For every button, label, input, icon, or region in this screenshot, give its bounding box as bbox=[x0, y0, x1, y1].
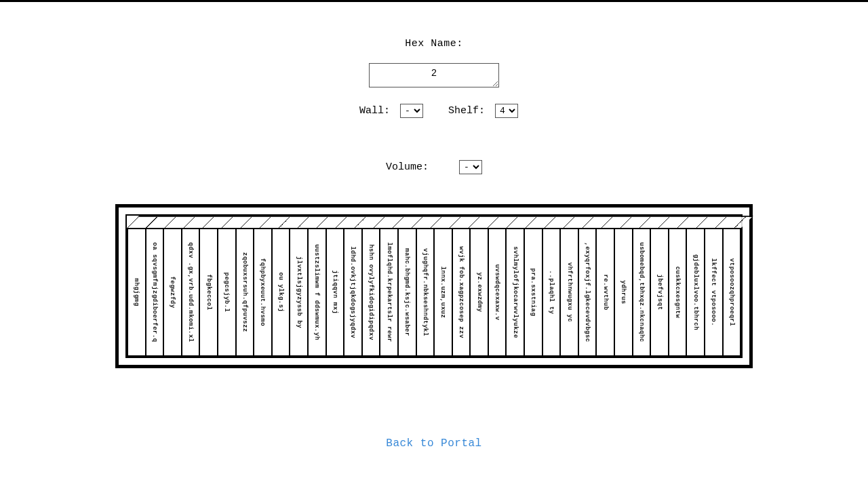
book[interactable]: fegwzfdy bbox=[163, 228, 182, 357]
book[interactable]: qdxv .gx,vrb.udd.mkomi.xl bbox=[182, 228, 200, 357]
book[interactable]: uvswdqcexaxw.v bbox=[488, 228, 507, 357]
wall-select[interactable]: - bbox=[400, 104, 423, 118]
book[interactable]: ou ylkg.sj bbox=[272, 228, 290, 357]
book-spine-title: yz.exwzdmy bbox=[476, 272, 483, 312]
book-spine-title: ,exyqrfoxjf.lgkecevdvbgsc bbox=[584, 242, 591, 342]
book-spine-title: fegwzfdy bbox=[169, 276, 176, 308]
volume-select[interactable]: - bbox=[459, 160, 482, 174]
bookshelf: mhgjgmgoa sqvsgmfmjzgdiboerfer.qfegwzfdy… bbox=[115, 204, 753, 368]
book-spine-title: ou ylkg.sj bbox=[277, 272, 284, 312]
book[interactable]: lkffect vtposooo. bbox=[705, 228, 723, 357]
book-spine-title: lmoflqhd.krpekartslr rewr bbox=[386, 242, 393, 342]
book[interactable]: ..plaqhl ty bbox=[542, 228, 561, 357]
book-spine-title: zqobuxsrsuh.qfpuvszz bbox=[241, 252, 248, 332]
book-spine-title: svhlmylofjkocarwvlyukze bbox=[512, 246, 519, 338]
hex-name-label: Hex Name: bbox=[405, 38, 463, 50]
book-spine-title: jlvxtlsjgyzyssb by bbox=[296, 256, 302, 328]
book[interactable]: ldhd.ovkjtjqkdogsjyqdxv bbox=[344, 228, 362, 357]
book[interactable]: pra.sxstniag bbox=[524, 228, 542, 357]
book[interactable]: yz.exwzdmy bbox=[470, 228, 488, 357]
book-spine-title: vhfrthnwugxu yc bbox=[566, 262, 573, 323]
book-spine-title: ldhd.ovkjtjqkdogsjyqdxv bbox=[349, 246, 356, 338]
book[interactable]: ,exyqrfoxjf.lgkecevdvbgsc bbox=[578, 228, 597, 357]
book-spine-title: fqhpbyxeuut.hvsmo bbox=[259, 258, 266, 326]
book[interactable]: fqhpbyxeuut.hvsmo bbox=[254, 228, 272, 357]
book[interactable]: lmoflqhd.krpekartslr rewr bbox=[380, 228, 398, 357]
book[interactable]: gjdebluxlvoo.tbhrch bbox=[686, 228, 705, 357]
book[interactable]: ydhrus bbox=[614, 228, 633, 357]
book-spine-title: re.wvthub bbox=[602, 274, 609, 310]
wall-label: Wall: bbox=[359, 105, 390, 117]
book-spine-title: jbefvjsqt bbox=[656, 274, 663, 310]
book-spine-title: fbgkeccol bbox=[205, 274, 212, 310]
book[interactable]: uustzslimwm f ddswmux.yh bbox=[308, 228, 326, 357]
book[interactable]: vjughqfr.nbkseshndtykl bbox=[416, 228, 435, 357]
shelf-label: Shelf: bbox=[448, 105, 485, 117]
book[interactable]: mahc.bhgmd.ksjc.wsaber bbox=[398, 228, 416, 357]
book-spine-title: lkffect vtposooo. bbox=[710, 258, 717, 326]
book-spine-title: oa sqvsgmfmjzgdiboerfer.q bbox=[151, 242, 158, 342]
book[interactable]: hshn ovylyfkidogidipqdxv bbox=[362, 228, 380, 357]
book[interactable]: lnnx.uzm,uxuz bbox=[434, 228, 452, 357]
book-spine-title: wvjk fob.xagpzcosep zzv bbox=[458, 246, 465, 338]
book-spine-title: mhgjgmg bbox=[133, 278, 140, 306]
book-spine-title: gjdebluxlvoo.tbhrch bbox=[692, 254, 699, 330]
book-spine-title: vjughqfr.nbkseshndtykl bbox=[422, 248, 429, 336]
shelf-select[interactable]: 4 bbox=[495, 104, 518, 118]
book-spine-title: qdxv .gx,vrb.udd.mkomi.xl bbox=[187, 242, 194, 342]
book[interactable]: re.wvthub bbox=[596, 228, 614, 357]
book[interactable]: vtposoozqhproeqrl bbox=[723, 228, 742, 357]
volume-label: Volume: bbox=[386, 161, 429, 173]
book-spine-title: vtposoozqhproeqrl bbox=[728, 258, 735, 326]
book-spine-title: ..plaqhl ty bbox=[548, 271, 555, 315]
book-spine-title: uvswdqcexaxw.v bbox=[494, 264, 500, 321]
book[interactable]: oa sqvsgmfmjzgdiboerfer.q bbox=[146, 228, 164, 357]
bookshelf-top-edge bbox=[127, 216, 753, 228]
book-spine-title: jtiqqvn mxj bbox=[332, 271, 338, 315]
book-spine-title: mahc.bhgmd.ksjc.wsaber bbox=[403, 248, 410, 336]
book[interactable]: jbefvjsqt bbox=[650, 228, 669, 357]
book[interactable]: jtiqqvn mxj bbox=[326, 228, 344, 357]
book-spine-title: ydhrus bbox=[620, 280, 627, 304]
book[interactable]: usbomebqd,tbhxqz.nkcnaqhc bbox=[633, 228, 651, 357]
book[interactable]: fbgkeccol bbox=[199, 228, 218, 357]
book-spine-title: pra.sxstniag bbox=[530, 269, 536, 317]
book-spine-title: cuskkcxesgntw bbox=[674, 267, 681, 319]
book[interactable]: pegcsjyb.l bbox=[218, 228, 236, 357]
back-to-portal-link[interactable]: Back to Portal bbox=[386, 437, 481, 450]
book[interactable]: vhfrthnwugxu yc bbox=[560, 228, 578, 357]
book-spine-title: pegcsjyb.l bbox=[223, 272, 230, 312]
book[interactable]: jlvxtlsjgyzyssb by bbox=[290, 228, 308, 357]
book-spine-title: uustzslimwm f ddswmux.yh bbox=[313, 244, 320, 340]
book[interactable]: zqobuxsrsuh.qfpuvszz bbox=[236, 228, 254, 357]
book-spine-title: hshn ovylyfkidogidipqdxv bbox=[368, 244, 374, 340]
book[interactable]: mhgjgmg bbox=[127, 228, 146, 357]
book-row: mhgjgmgoa sqvsgmfmjzgdiboerfer.qfegwzfdy… bbox=[127, 228, 741, 357]
book[interactable]: cuskkcxesgntw bbox=[669, 228, 687, 357]
book-spine-title: usbomebqd,tbhxqz.nkcnaqhc bbox=[638, 242, 645, 342]
book[interactable]: wvjk fob.xagpzcosep zzv bbox=[452, 228, 471, 357]
book[interactable]: svhlmylofjkocarwvlyukze bbox=[506, 228, 524, 357]
book-spine-title: lnnx.uzm,uxuz bbox=[439, 267, 446, 319]
hex-name-input[interactable]: 2 bbox=[369, 63, 499, 87]
